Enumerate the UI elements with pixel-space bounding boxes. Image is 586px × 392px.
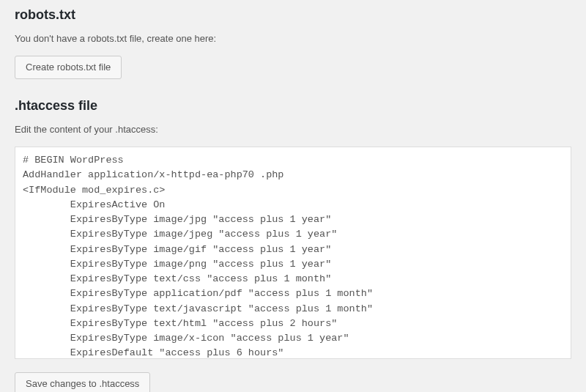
htaccess-description: Edit the content of your .htaccess: — [15, 124, 571, 135]
create-robots-button[interactable]: Create robots.txt file — [15, 56, 122, 79]
htaccess-heading: .htaccess file — [15, 98, 571, 114]
robots-heading: robots.txt — [15, 7, 571, 23]
htaccess-editor[interactable]: # BEGIN WordPress AddHandler application… — [15, 147, 571, 358]
htaccess-editor-container: # BEGIN WordPress AddHandler application… — [15, 147, 571, 359]
robots-description: You don't have a robots.txt file, create… — [15, 33, 571, 44]
save-htaccess-button[interactable]: Save changes to .htaccess — [15, 372, 150, 392]
